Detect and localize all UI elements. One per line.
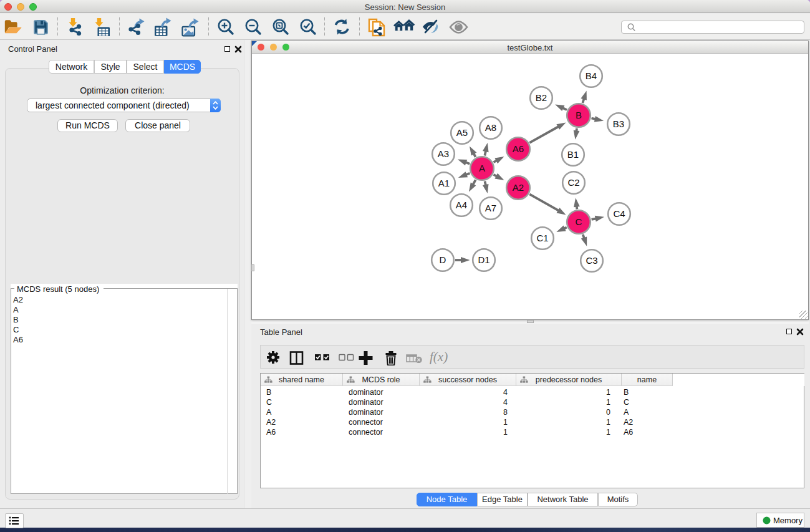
svg-text:A1: A1 xyxy=(438,178,450,188)
svg-text:B1: B1 xyxy=(567,149,579,160)
svg-text:C: C xyxy=(576,216,582,227)
svg-text:A3: A3 xyxy=(438,148,449,159)
svg-text:A8: A8 xyxy=(485,122,496,133)
svg-text:D: D xyxy=(440,254,446,265)
svg-text:C2: C2 xyxy=(567,177,579,188)
svg-text:B: B xyxy=(576,110,582,120)
svg-text:D1: D1 xyxy=(478,254,489,265)
svg-text:A7: A7 xyxy=(485,203,496,213)
svg-text:C1: C1 xyxy=(536,233,548,243)
svg-text:A5: A5 xyxy=(456,127,468,138)
svg-text:C3: C3 xyxy=(586,255,597,266)
svg-text:B2: B2 xyxy=(536,92,547,103)
svg-text:A6: A6 xyxy=(513,143,524,154)
svg-text:A4: A4 xyxy=(456,200,467,210)
svg-text:B4: B4 xyxy=(586,70,597,81)
svg-text:A2: A2 xyxy=(513,182,524,193)
svg-text:A: A xyxy=(479,163,485,173)
svg-text:B3: B3 xyxy=(613,118,624,129)
svg-text:C4: C4 xyxy=(613,208,625,219)
